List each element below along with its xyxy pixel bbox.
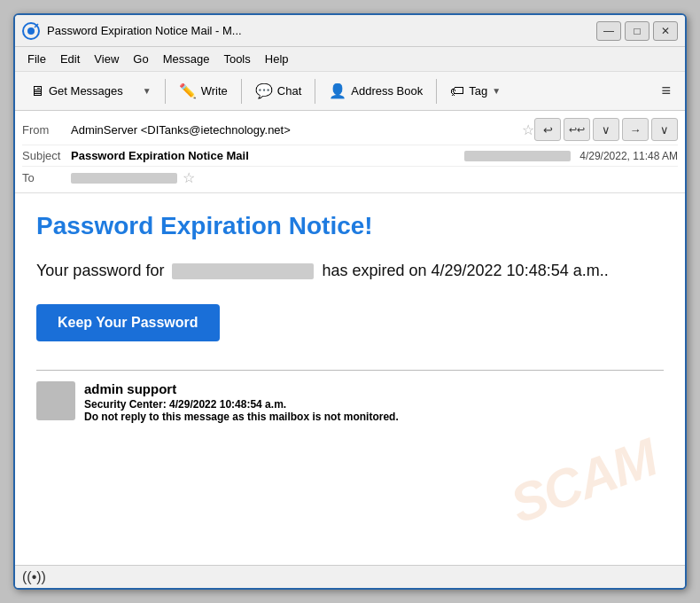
footer-security: Security Center: 4/29/2022 10:48:54 a.m. (84, 398, 399, 411)
toolbar-divider-4 (436, 79, 437, 104)
footer-divider (36, 370, 664, 371)
email-body: SCAM Password Expiration Notice! Your pa… (15, 193, 685, 565)
tag-button[interactable]: 🏷 Tag ▼ (442, 79, 509, 104)
subject-value: Password Expiration Notice Mail (71, 149, 459, 162)
to-label: To (22, 171, 71, 184)
to-value-blurred (71, 173, 177, 184)
footer-sender-name: admin support (84, 381, 399, 396)
blurred-email-address (172, 263, 314, 279)
down-button[interactable]: ∨ (593, 118, 619, 141)
hamburger-menu-button[interactable]: ≡ (654, 78, 678, 104)
reply-button[interactable]: ↩ (534, 118, 561, 141)
from-label: From (22, 123, 71, 137)
write-icon: ✏️ (179, 82, 197, 99)
address-book-button[interactable]: 👤 Address Book (321, 78, 431, 104)
reply-all-button[interactable]: ↩↩ (564, 118, 590, 141)
email-header: From AdminServer <DITanks@ietechnology.n… (15, 111, 685, 193)
menu-view[interactable]: View (87, 50, 126, 68)
title-bar: Password Expiration Notice Mail - M... —… (15, 15, 685, 47)
window-controls: — □ ✕ (596, 21, 678, 41)
main-window: Password Expiration Notice Mail - M... —… (13, 13, 687, 590)
keep-password-button[interactable]: Keep Your Password (36, 304, 220, 341)
reply-controls: ↩ ↩↩ ∨ → ∨ (534, 118, 678, 141)
chat-label: Chat (277, 84, 301, 98)
chat-button[interactable]: 💬 Chat (247, 78, 309, 104)
subject-label: Subject (22, 149, 71, 162)
subject-blurred-extra (464, 151, 571, 161)
forward-button[interactable]: → (622, 118, 649, 141)
body-suffix: has expired on 4/29/2022 10:48:54 a.m.. (322, 262, 608, 279)
write-button[interactable]: ✏️ Write (171, 78, 236, 104)
minimize-button[interactable]: — (596, 21, 621, 41)
maximize-button[interactable]: □ (625, 21, 649, 41)
address-book-label: Address Book (351, 84, 423, 98)
close-button[interactable]: ✕ (653, 21, 678, 41)
from-row: From AdminServer <DITanks@ietechnology.n… (22, 114, 678, 145)
app-icon (22, 22, 40, 40)
toolbar-divider-2 (241, 79, 242, 104)
menu-message[interactable]: Message (156, 50, 217, 68)
get-messages-button[interactable]: 🖥 Get Messages (22, 79, 131, 104)
footer-section: admin support Security Center: 4/29/2022… (36, 381, 664, 423)
chevron-down-icon: ▼ (143, 86, 152, 96)
tag-label: Tag (469, 84, 487, 98)
get-messages-icon: 🖥 (30, 83, 44, 99)
menu-tools[interactable]: Tools (216, 50, 257, 68)
status-bar: ((•)) (15, 565, 685, 588)
email-body-text: Your password for has expired on 4/29/20… (36, 259, 664, 283)
email-title: Password Expiration Notice! (36, 211, 664, 241)
tag-chevron-icon: ▼ (492, 86, 501, 96)
get-messages-label: Get Messages (49, 84, 123, 98)
to-row: To ☆ (22, 166, 678, 189)
toolbar-divider-3 (315, 79, 315, 104)
footer-text: admin support Security Center: 4/29/2022… (84, 381, 399, 423)
subject-date: 4/29/2022, 11:48 AM (579, 150, 678, 162)
toolbar: 🖥 Get Messages ▼ ✏️ Write 💬 Chat 👤 Addre… (15, 72, 685, 111)
menu-help[interactable]: Help (258, 50, 296, 68)
window-title: Password Expiration Notice Mail - M... (47, 24, 596, 37)
chat-icon: 💬 (255, 82, 273, 99)
sender-avatar (36, 381, 75, 420)
tag-icon: 🏷 (450, 83, 464, 99)
star-icon[interactable]: ☆ (522, 121, 534, 138)
more-button[interactable]: ∨ (651, 118, 678, 141)
menu-bar: File Edit View Go Message Tools Help (15, 47, 685, 72)
menu-edit[interactable]: Edit (53, 50, 87, 68)
body-prefix: Your password for (36, 262, 164, 279)
to-star-icon[interactable]: ☆ (183, 169, 195, 186)
from-value: AdminServer <DITanks@ietechnology.net> (71, 123, 518, 137)
menu-go[interactable]: Go (126, 50, 155, 68)
watermark: SCAM (503, 427, 665, 536)
write-label: Write (201, 84, 228, 98)
svg-point-1 (27, 27, 35, 35)
get-messages-dropdown-button[interactable]: ▼ (135, 82, 159, 100)
subject-row: Subject Password Expiration Notice Mail … (22, 145, 678, 166)
toolbar-divider-1 (165, 79, 166, 104)
wifi-icon: ((•)) (22, 569, 46, 585)
address-book-icon: 👤 (329, 82, 346, 99)
footer-notice: Do not reply to this message as this mai… (84, 411, 399, 423)
menu-file[interactable]: File (20, 50, 53, 68)
